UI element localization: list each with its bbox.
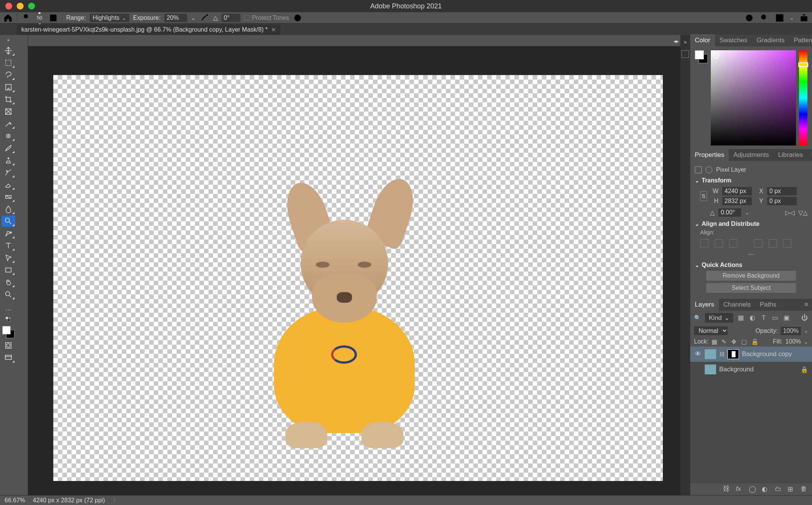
select-subject-button[interactable]: Select Subject: [706, 283, 796, 293]
clone-stamp-tool[interactable]: [2, 155, 15, 166]
layer-mask-thumbnail[interactable]: [728, 349, 739, 359]
layer-lock-icon[interactable]: 🔒: [801, 366, 808, 373]
collapsed-panel-icon[interactable]: [681, 50, 689, 58]
toolbar-chevron-icon[interactable]: »: [7, 37, 10, 43]
lock-transparency-icon[interactable]: ▦: [712, 338, 718, 345]
lock-all-icon[interactable]: 🔒: [751, 338, 758, 345]
align-left-icon[interactable]: [700, 239, 709, 248]
filter-adjustment-icon[interactable]: ◐: [748, 314, 756, 322]
delete-layer-icon[interactable]: 🗑: [801, 485, 808, 493]
canvas-area[interactable]: ◂▸: [17, 35, 680, 495]
tab-channels[interactable]: Channels: [719, 299, 755, 311]
workspace-icon[interactable]: [775, 13, 785, 23]
quick-actions-header[interactable]: Quick Actions: [695, 262, 807, 268]
default-colors-icon[interactable]: [2, 316, 15, 323]
crop-tool[interactable]: [2, 94, 15, 105]
align-top-icon[interactable]: [754, 239, 763, 248]
transform-section-header[interactable]: Transform: [695, 177, 807, 184]
color-swatches[interactable]: [695, 50, 708, 63]
adjustment-layer-icon[interactable]: ◐: [762, 485, 769, 493]
close-tab-icon[interactable]: ✕: [271, 27, 276, 33]
layer-name[interactable]: Background copy: [742, 350, 792, 358]
screen-mode-icon[interactable]: [2, 352, 15, 363]
align-bottom-icon[interactable]: [783, 239, 791, 248]
properties-panel-menu-icon[interactable]: ≡: [807, 149, 812, 161]
workspace-chevron-icon[interactable]: ⌄: [790, 15, 794, 21]
eyedropper-tool[interactable]: [2, 118, 15, 129]
height-input[interactable]: [722, 197, 752, 205]
move-tool[interactable]: [2, 45, 15, 56]
eraser-tool[interactable]: [2, 179, 15, 190]
new-layer-icon[interactable]: ⊞: [788, 485, 795, 493]
brush-size-icon[interactable]: ●50⌄: [35, 13, 45, 23]
align-section-header[interactable]: Align and Distribute: [695, 221, 807, 227]
cloud-docs-icon[interactable]: [744, 13, 754, 23]
blur-tool[interactable]: [2, 203, 15, 215]
path-select-tool[interactable]: [2, 252, 15, 264]
y-input[interactable]: [767, 197, 797, 205]
filter-toggle-icon[interactable]: ⏻: [801, 314, 808, 322]
share-icon[interactable]: [799, 13, 809, 23]
layer-row[interactable]: 👁 ⛓ Background copy: [690, 347, 812, 362]
tab-layers[interactable]: Layers: [690, 299, 719, 311]
filter-shape-icon[interactable]: ▭: [771, 314, 779, 322]
edit-toolbar-icon[interactable]: ⋯: [2, 304, 15, 315]
layer-thumbnail[interactable]: [705, 349, 716, 359]
protect-tones-checkbox[interactable]: Protect Tones: [244, 14, 289, 21]
exposure-chevron-icon[interactable]: ⌄: [191, 15, 196, 21]
document-canvas[interactable]: [53, 75, 663, 481]
zoom-level[interactable]: 66.67%: [5, 497, 25, 504]
tab-paths[interactable]: Paths: [755, 299, 781, 311]
layer-style-icon[interactable]: fx: [736, 485, 744, 493]
lock-position-icon[interactable]: ✥: [731, 338, 738, 345]
layer-thumbnail[interactable]: [705, 364, 716, 374]
brush-tool[interactable]: [2, 142, 15, 154]
tab-properties[interactable]: Properties: [690, 149, 729, 161]
tab-libraries[interactable]: Libraries: [774, 149, 807, 161]
document-info[interactable]: 4240 px x 2832 px (72 ppi): [33, 497, 105, 504]
align-more-icon[interactable]: ⋯: [695, 251, 807, 258]
tool-preset-icon[interactable]: [21, 13, 31, 23]
flip-vertical-icon[interactable]: ▽△: [798, 209, 807, 216]
opacity-value[interactable]: 100%: [781, 327, 801, 335]
panel-collapse-icon[interactable]: ◂▸: [673, 38, 679, 44]
layers-panel-menu-icon[interactable]: ≡: [801, 299, 812, 311]
layer-row[interactable]: Background 🔒: [690, 362, 812, 377]
group-icon[interactable]: 🗀: [775, 485, 782, 493]
expand-panels-icon[interactable]: »: [684, 39, 687, 45]
rectangle-tool[interactable]: [2, 264, 15, 276]
hand-tool[interactable]: [2, 276, 15, 288]
tab-patterns[interactable]: Patterns: [789, 34, 812, 46]
tablet-pressure-icon[interactable]: [48, 13, 58, 23]
blend-mode-select[interactable]: Normal: [694, 326, 728, 335]
status-menu-icon[interactable]: 〉: [113, 496, 119, 504]
align-right-icon[interactable]: [729, 239, 737, 248]
x-input[interactable]: [767, 187, 797, 195]
layer-visibility-icon[interactable]: 👁: [694, 350, 702, 358]
filter-kind-dropdown[interactable]: Kind⌄: [705, 313, 733, 323]
add-mask-icon[interactable]: ◯: [749, 485, 756, 493]
gradient-tool[interactable]: [2, 191, 15, 203]
history-brush-tool[interactable]: [2, 167, 15, 178]
tab-adjustments[interactable]: Adjustments: [729, 149, 774, 161]
home-icon[interactable]: [3, 13, 13, 23]
remove-background-button[interactable]: Remove Background: [706, 271, 796, 281]
layer-name[interactable]: Background: [719, 366, 754, 373]
exposure-input[interactable]: [164, 14, 187, 22]
color-field[interactable]: [711, 50, 796, 145]
document-tab[interactable]: karsten-winegeart-5PVXkqt2s9k-unsplash.j…: [17, 24, 280, 35]
rotation-input[interactable]: [718, 208, 741, 217]
healing-tool[interactable]: [2, 130, 15, 142]
quick-mask-icon[interactable]: [2, 340, 15, 351]
rotation-chevron-icon[interactable]: ⌄: [745, 210, 749, 216]
align-center-v-icon[interactable]: [769, 239, 777, 248]
lock-artboard-icon[interactable]: ▢: [741, 338, 748, 345]
selection-tool[interactable]: [2, 82, 15, 93]
flip-horizontal-icon[interactable]: ▷◁: [785, 209, 794, 216]
width-input[interactable]: [722, 187, 752, 195]
vertical-ruler[interactable]: [17, 35, 28, 495]
dodge-tool[interactable]: [2, 216, 15, 227]
zoom-tool[interactable]: [2, 289, 15, 300]
angle-input[interactable]: [221, 14, 240, 22]
range-dropdown[interactable]: Highlights: [90, 14, 129, 22]
